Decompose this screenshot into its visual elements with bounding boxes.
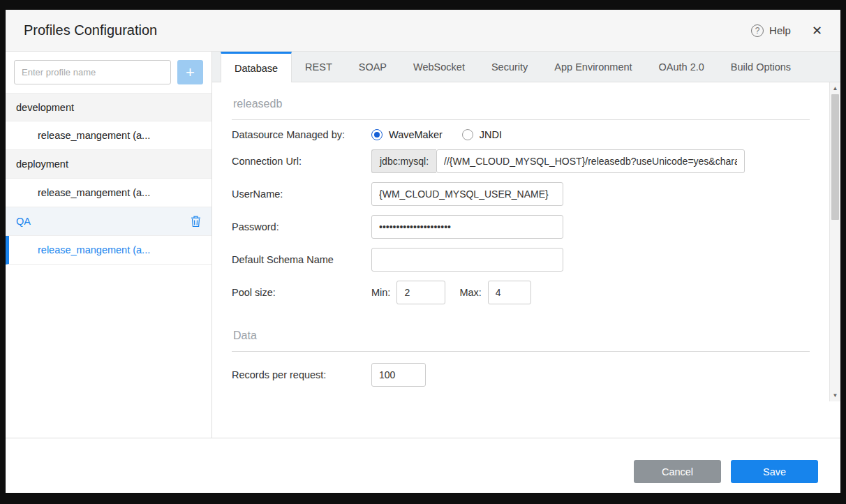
help-label: Help <box>769 24 791 36</box>
sidebar-item-label: deployment <box>16 158 68 170</box>
vertical-scrollbar[interactable]: ▲ ▼ <box>829 82 840 401</box>
tab-build-options[interactable]: Build Options <box>718 52 804 82</box>
tab-security[interactable]: Security <box>478 52 541 82</box>
username-input[interactable] <box>371 182 563 206</box>
service-section-title: releasedb <box>232 85 810 120</box>
tab-database[interactable]: Database <box>221 52 292 82</box>
help-button[interactable]: ? Help <box>751 24 791 37</box>
scrollbar-thumb[interactable] <box>831 94 839 220</box>
radio-jndi[interactable]: JNDI <box>462 129 502 140</box>
dialog-footer: Cancel Save <box>6 438 840 493</box>
radio-wavemaker-label: WaveMaker <box>389 129 443 140</box>
password-row: Password: <box>232 215 810 239</box>
datasource-managed-label: Datasource Managed by: <box>232 129 371 140</box>
password-input[interactable] <box>371 215 563 239</box>
radio-jndi-dot-icon <box>462 129 473 140</box>
profiles-configuration-dialog: Profiles Configuration ? Help ✕ + develo… <box>6 10 840 493</box>
tab-rest[interactable]: REST <box>292 52 346 82</box>
tab-soap[interactable]: SOAP <box>346 52 400 82</box>
records-per-request-label: Records per request: <box>232 369 371 380</box>
add-profile-button[interactable]: + <box>177 60 203 84</box>
sidebar-item-label: development <box>16 102 74 113</box>
profiles-sidebar: + development release_mangement (a... de… <box>6 52 212 438</box>
connection-url-group: jdbc:mysql: <box>371 149 745 173</box>
dialog-body: + development release_mangement (a... de… <box>6 52 840 438</box>
connection-url-prefix: jdbc:mysql: <box>371 149 436 173</box>
pool-size-row: Pool size: Min: Max: <box>232 281 810 304</box>
records-per-request-row: Records per request: <box>232 363 810 387</box>
datasource-managed-row: Datasource Managed by: WaveMaker JNDI <box>232 129 810 140</box>
scrollbar-up-icon[interactable]: ▲ <box>830 83 840 94</box>
close-icon[interactable]: ✕ <box>812 24 822 37</box>
connection-url-label: Connection Url: <box>232 156 371 167</box>
dialog-header: Profiles Configuration ? Help ✕ <box>6 10 840 52</box>
profile-name-input[interactable] <box>14 60 171 84</box>
profile-add-row: + <box>6 52 212 93</box>
sidebar-item-release-mangement-3[interactable]: release_mangement (a... <box>6 236 212 265</box>
profile-detail-panel: Database REST SOAP WebSocket Security Ap… <box>212 52 840 438</box>
records-per-request-input[interactable] <box>371 363 426 387</box>
save-button[interactable]: Save <box>731 460 818 483</box>
tab-oauth[interactable]: OAuth 2.0 <box>646 52 718 82</box>
username-label: UserName: <box>232 188 371 200</box>
scrollbar-down-icon[interactable]: ▼ <box>830 390 840 401</box>
pool-min-input[interactable] <box>396 281 445 304</box>
pool-min-label: Min: <box>371 287 390 298</box>
pool-size-label: Pool size: <box>232 287 371 298</box>
tab-websocket[interactable]: WebSocket <box>400 52 478 82</box>
radio-wavemaker-dot-icon <box>371 129 383 140</box>
sidebar-item-label: release_mangement (a... <box>38 187 150 198</box>
database-form-scroll-area: releasedb Datasource Managed by: WaveMak… <box>212 82 829 401</box>
tab-app-environment[interactable]: App Environment <box>541 52 645 82</box>
sidebar-item-label: release_mangement (a... <box>38 244 150 255</box>
cancel-button[interactable]: Cancel <box>634 460 721 483</box>
sidebar-item-release-mangement-1[interactable]: release_mangement (a... <box>6 121 212 150</box>
schema-row: Default Schema Name <box>232 248 810 272</box>
connection-url-row: Connection Url: jdbc:mysql: <box>232 149 810 173</box>
password-label: Password: <box>232 221 371 232</box>
service-tabs: Database REST SOAP WebSocket Security Ap… <box>212 52 840 82</box>
sidebar-item-qa[interactable]: QA <box>6 207 212 236</box>
radio-wavemaker[interactable]: WaveMaker <box>371 129 443 140</box>
datasource-radio-group: WaveMaker JNDI <box>371 129 502 140</box>
sidebar-item-release-mangement-2[interactable]: release_mangement (a... <box>6 179 212 207</box>
pool-max-input[interactable] <box>488 281 531 304</box>
schema-input[interactable] <box>371 248 563 272</box>
radio-jndi-label: JNDI <box>480 129 502 140</box>
screen-frame: Profiles Configuration ? Help ✕ + develo… <box>0 0 846 504</box>
username-row: UserName: <box>232 182 810 206</box>
help-question-icon: ? <box>751 24 764 37</box>
connection-url-input[interactable] <box>436 149 745 173</box>
sidebar-item-development[interactable]: development <box>6 93 212 121</box>
profiles-list: development release_mangement (a... depl… <box>6 93 212 265</box>
schema-label: Default Schema Name <box>232 254 371 265</box>
delete-profile-icon[interactable] <box>191 216 201 228</box>
page-title: Profiles Configuration <box>24 22 751 38</box>
sidebar-item-label: release_mangement (a... <box>38 130 150 141</box>
pool-max-label: Max: <box>459 287 481 298</box>
data-section-title: Data <box>232 317 810 352</box>
sidebar-item-deployment[interactable]: deployment <box>6 150 212 179</box>
sidebar-item-label: QA <box>16 216 31 227</box>
database-tab-panel: releasedb Datasource Managed by: WaveMak… <box>212 82 840 438</box>
